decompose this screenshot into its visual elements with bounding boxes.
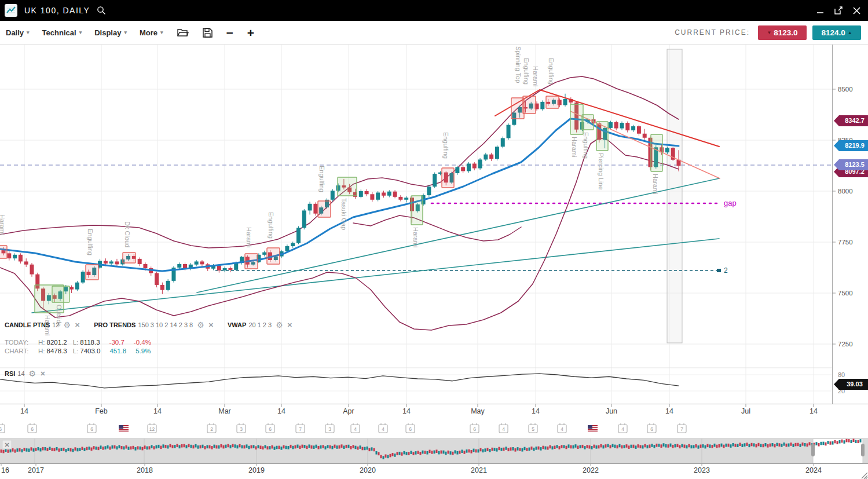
gear-icon[interactable]: ⚙ [276,320,283,330]
overview-pane[interactable]: ✕1620172018201920202021202220232024 [0,438,868,474]
popout-button[interactable] [834,6,843,15]
calendar-icon[interactable]: 4 [558,423,566,433]
calendar-icon[interactable]: 5 [529,423,537,433]
indicator-vwap[interactable]: VWAP20 1 2 3 ⚙ ✕ [228,320,292,330]
calendar-icon[interactable]: 7 [296,423,305,433]
calendar-icon[interactable]: 6 [87,423,96,433]
x-tick-label: Feb [95,407,108,415]
chart-label: CHART: [5,347,32,356]
vwap-label: VWAP [228,321,246,328]
pattern-bullish-box [338,177,357,196]
menu-technical[interactable]: Technical▾ [42,28,82,37]
today-change-pct: -0.4% [134,339,151,346]
sell-price-button[interactable]: ▼ 8123.0 [758,25,807,40]
zoom-in-button[interactable]: + [247,27,254,39]
close-icon[interactable]: ✕ [75,321,80,329]
close-icon[interactable]: ✕ [208,321,214,329]
range-handle-left[interactable] [811,444,815,456]
calendar-icon[interactable]: 6 [0,423,5,433]
pattern-label: Dk Cloud [124,221,131,247]
menu-more-label: More [140,28,158,37]
app-logo-icon [5,4,17,17]
pattern-label: Engulfing [523,58,530,85]
indicator-rsi[interactable]: RSI14 ⚙ ✕ [5,369,45,378]
buy-price-button[interactable]: 8124.0 ▲ [812,25,861,40]
calendar-icon[interactable]: 3 [237,423,246,433]
gear-icon[interactable]: ⚙ [63,320,71,330]
calendar-icon[interactable]: 6 [647,423,656,433]
us-flag-icon[interactable] [588,425,598,432]
chart-toolbar: Daily▾ Technical▾ Display▾ More▾ − + CUR… [0,21,868,45]
pattern-bearish-box [123,253,135,263]
resize-grip[interactable] [862,473,867,479]
year-label: 2020 [360,466,376,474]
calendar-icon[interactable]: 4 [499,423,508,433]
pattern-label: Engulfing [318,166,325,192]
chevron-down-icon: ▾ [124,30,127,35]
calendar-icon[interactable]: 3 [325,423,334,433]
pro-trends-params: 150 3 10 2 14 2 3 8 [138,321,193,328]
menu-display[interactable]: Display▾ [94,28,127,37]
menu-more[interactable]: More▾ [140,28,163,37]
window-titlebar: UK 100, DAILY [0,0,868,21]
menu-technical-label: Technical [42,28,76,37]
pattern-label: Engulfing [87,229,94,255]
pattern-label: Piercing Line [598,153,605,190]
close-button[interactable] [852,6,861,15]
chart-change: 451.8 [109,348,126,354]
gear-icon[interactable]: ⚙ [29,369,36,378]
price-tag: 8219.9 [834,140,868,151]
pattern-label: Harami [652,174,659,194]
calendar-icon[interactable]: 4 [351,423,360,433]
minimize-button[interactable] [816,6,825,14]
stats-today-row: TODAY:H:8201.2L:8118.3-30.7-0.4% [5,338,151,347]
year-label: 2018 [137,466,153,474]
pattern-label: Harami [412,227,419,247]
main-chart[interactable]: 2gapHaramiHaramiOutsideEngulfingDk Cloud… [0,44,868,479]
svg-text:2: 2 [210,426,213,432]
us-flag-icon[interactable] [119,425,129,432]
calendar-icon[interactable]: 12 [148,423,156,433]
calendar-icon[interactable]: 6 [406,423,415,433]
indicator-pro-trends[interactable]: PRO TRENDS150 3 10 2 14 2 3 8 ⚙ ✕ [94,320,214,330]
search-icon[interactable] [97,6,106,15]
calendar-icon[interactable]: 4 [618,423,627,433]
high-label: H: [38,348,45,354]
level-2-label: 2 [724,266,728,275]
overview-close-button[interactable]: ✕ [2,440,12,449]
calendar-icon[interactable]: 6 [266,423,274,433]
x-tick-label: 14 [810,407,818,415]
stats-chart-row: CHART:H:8478.3L:7403.0451.85.9% [5,347,151,356]
close-icon[interactable]: ✕ [287,321,292,329]
pattern-label: Harami [571,137,578,157]
svg-text:6: 6 [31,426,34,432]
sell-price-value: 8123.0 [774,28,797,37]
indicator-candle-ptns[interactable]: CANDLE PTNS12 ⚙ ✕ [5,320,80,330]
range-handle-right[interactable] [861,444,865,456]
event-row: 66612236734466454467 [0,423,686,433]
chevron-down-icon: ▾ [27,30,30,35]
calendar-icon[interactable]: 6 [28,423,36,433]
x-tick-label: Jul [741,407,750,415]
calendar-icon[interactable]: 4 [379,423,387,433]
rsi-label: RSI [5,370,15,377]
pattern-label: Spinning Top [515,46,522,83]
x-tick-label: Mar [218,407,231,415]
chart-high: 8478.3 [47,348,67,354]
close-icon[interactable]: ✕ [40,370,45,378]
calendar-icon[interactable]: 7 [677,423,686,433]
svg-text:✕: ✕ [4,441,9,448]
calendar-icon[interactable]: 6 [470,423,479,433]
gear-icon[interactable]: ⚙ [197,320,204,330]
highlight-region[interactable] [667,49,682,343]
zoom-out-button[interactable]: − [226,27,233,39]
calendar-icon[interactable]: 2 [207,423,216,433]
stats-panel: TODAY:H:8201.2L:8118.3-30.7-0.4% CHART:H… [5,338,151,356]
pattern-bullish-box [596,122,608,151]
rsi-value-tag: 39.03 [834,379,868,390]
teal-trendline-a [32,239,719,313]
x-tick-label: 14 [665,407,673,415]
menu-daily[interactable]: Daily▾ [6,28,30,37]
open-folder-icon[interactable] [177,28,189,37]
save-icon[interactable] [203,28,213,38]
